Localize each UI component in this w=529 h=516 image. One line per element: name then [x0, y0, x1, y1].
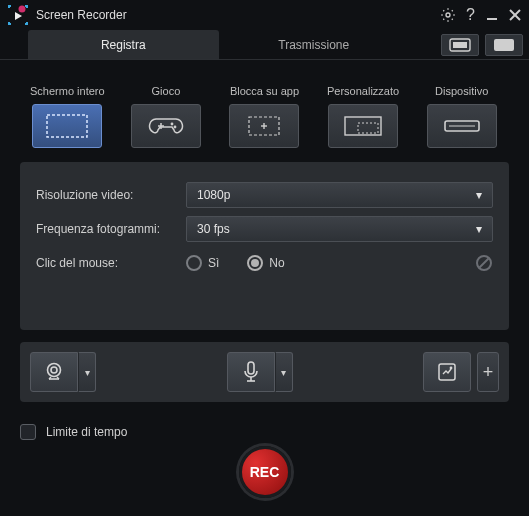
- framerate-value: 30 fps: [197, 222, 230, 236]
- svg-point-23: [51, 367, 57, 373]
- mouseclick-label: Clic del mouse:: [36, 256, 186, 270]
- svg-rect-6: [453, 42, 467, 48]
- chevron-down-icon: ▾: [281, 367, 286, 378]
- mode-custom-button[interactable]: [328, 104, 398, 148]
- main-tabs: Registra Trasmissione: [0, 30, 529, 60]
- lock-app-icon: [241, 112, 287, 140]
- timelimit-checkbox[interactable]: [20, 424, 36, 440]
- titlebar: Screen Recorder ?: [0, 0, 529, 30]
- custom-region-icon: [340, 112, 386, 140]
- record-button[interactable]: REC: [239, 446, 291, 498]
- chevron-down-icon: ▾: [476, 222, 482, 236]
- microphone-icon: [242, 360, 260, 384]
- device-icon: [439, 116, 485, 136]
- svg-point-22: [48, 364, 61, 377]
- svg-point-1: [446, 13, 450, 17]
- svg-rect-16: [345, 117, 381, 135]
- app-logo-icon: [8, 5, 28, 25]
- chevron-down-icon: ▾: [85, 367, 90, 378]
- plus-icon: +: [483, 362, 494, 383]
- mouseclick-yes-label: Sì: [208, 256, 219, 270]
- svg-rect-24: [248, 362, 254, 374]
- tab-record[interactable]: Registra: [28, 30, 219, 59]
- webcam-icon: [43, 361, 65, 383]
- svg-point-12: [173, 126, 176, 129]
- help-icon[interactable]: ?: [466, 6, 475, 24]
- add-overlay-button[interactable]: +: [477, 352, 499, 392]
- resolution-label: Risoluzione video:: [36, 188, 186, 202]
- mode-device-label: Dispositivo: [435, 70, 488, 98]
- mode-fullscreen-button[interactable]: [32, 104, 102, 148]
- disabled-icon: [475, 254, 493, 272]
- svg-rect-17: [358, 123, 378, 133]
- overlay-button[interactable]: [423, 352, 471, 392]
- capture-mode-row: Schermo intero Gioco Blocca su app Perso…: [0, 60, 529, 148]
- mode-game-label: Gioco: [152, 70, 181, 98]
- mouseclick-yes-radio[interactable]: Sì: [186, 255, 219, 271]
- microphone-button[interactable]: [227, 352, 275, 392]
- preview-primary-button[interactable]: [485, 34, 523, 56]
- mouseclick-no-radio[interactable]: No: [247, 255, 284, 271]
- mode-lock-app-label: Blocca su app: [230, 70, 299, 98]
- timelimit-label: Limite di tempo: [46, 425, 127, 439]
- microphone-dropdown[interactable]: ▾: [275, 352, 293, 392]
- mode-game: Gioco: [125, 70, 207, 148]
- webcam-button[interactable]: [30, 352, 78, 392]
- chevron-down-icon: ▾: [476, 188, 482, 202]
- settings-icon[interactable]: [440, 7, 456, 23]
- framerate-dropdown[interactable]: 30 fps ▾: [186, 216, 493, 242]
- mode-custom-label: Personalizzato: [327, 70, 399, 98]
- mode-lock-app: Blocca su app: [223, 70, 305, 148]
- resolution-dropdown[interactable]: 1080p ▾: [186, 182, 493, 208]
- tab-stream[interactable]: Trasmissione: [219, 30, 410, 59]
- framerate-label: Frequenza fotogrammi:: [36, 222, 186, 236]
- mode-custom: Personalizzato: [322, 70, 404, 148]
- svg-point-0: [19, 6, 26, 13]
- mouseclick-no-label: No: [269, 256, 284, 270]
- gamepad-icon: [148, 115, 184, 137]
- svg-rect-8: [47, 115, 87, 137]
- minimize-icon[interactable]: [485, 8, 499, 22]
- webcam-dropdown[interactable]: ▾: [78, 352, 96, 392]
- settings-panel: Risoluzione video: 1080p ▾ Frequenza fot…: [20, 162, 509, 330]
- mode-fullscreen-label: Schermo intero: [30, 70, 105, 98]
- radio-icon: [247, 255, 263, 271]
- svg-point-11: [170, 123, 173, 126]
- svg-line-21: [480, 259, 489, 268]
- overlay-icon: [436, 361, 458, 383]
- svg-rect-7: [494, 39, 514, 51]
- record-button-label: REC: [250, 464, 280, 480]
- window-controls: ?: [440, 6, 521, 24]
- mode-lock-app-button[interactable]: [229, 104, 299, 148]
- resolution-value: 1080p: [197, 188, 230, 202]
- radio-icon: [186, 255, 202, 271]
- mode-fullscreen: Schermo intero: [26, 70, 108, 148]
- mode-device: Dispositivo: [421, 70, 503, 148]
- svg-point-28: [450, 367, 453, 370]
- mode-device-button[interactable]: [427, 104, 497, 148]
- app-title: Screen Recorder: [36, 8, 440, 22]
- mode-game-button[interactable]: [131, 104, 201, 148]
- preview-secondary-button[interactable]: [441, 34, 479, 56]
- close-icon[interactable]: [509, 9, 521, 21]
- source-row: ▾ ▾ +: [20, 342, 509, 402]
